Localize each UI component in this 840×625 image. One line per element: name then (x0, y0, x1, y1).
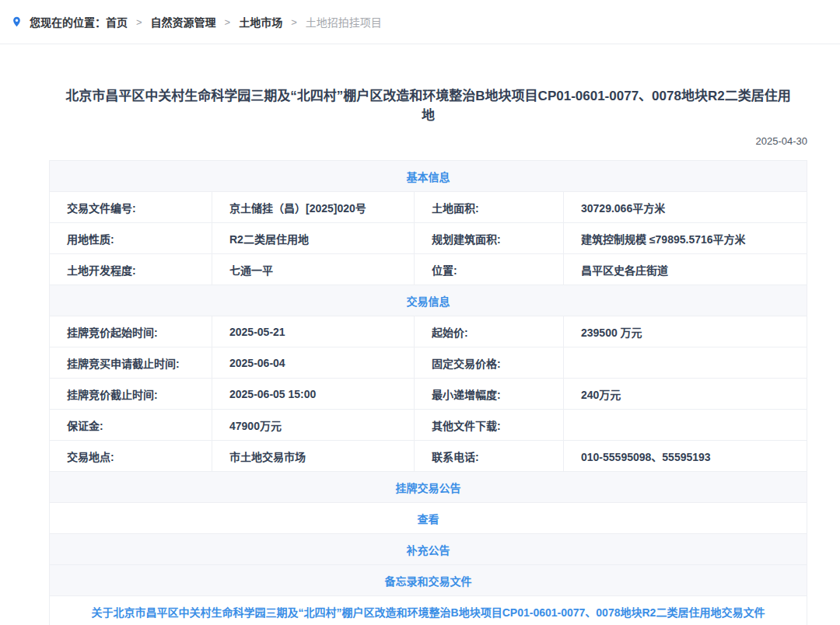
table-row: 备忘录和交易文件 (50, 565, 807, 596)
breadcrumb-separator: > (225, 16, 231, 28)
section-header: 补充公告 (50, 534, 807, 564)
field-label: 规划建筑面积: (415, 223, 564, 253)
field-label: 挂牌竞买申请截止时间: (50, 347, 212, 378)
field-value: 建筑控制规模 ≤79895.5716平方米 (564, 223, 807, 253)
field-label: 联系电话: (415, 441, 564, 471)
breadcrumb-item-land-market[interactable]: 土地市场 (239, 14, 282, 30)
field-label: 保证金: (50, 410, 212, 440)
table-row: 基本信息 (50, 161, 807, 192)
field-label: 挂牌竞价起始时间: (50, 316, 212, 347)
location-pin-icon (11, 15, 23, 29)
table-row: 查看 (50, 503, 807, 534)
section-header: 备忘录和交易文件 (50, 565, 807, 595)
table-row: 交易地点:市土地交易市场联系电话:010-55595098、55595193 (50, 441, 807, 472)
field-value: R2二类居住用地 (212, 223, 415, 253)
document-link[interactable]: 查看 (50, 503, 807, 533)
breadcrumb-prefix: 您现在的位置： (30, 14, 106, 30)
breadcrumb-separator: > (136, 16, 142, 28)
main-content: 北京市昌平区中关村生命科学园三期及“北四村”棚户区改造和环境整治B地块项目CP0… (49, 86, 807, 625)
field-value: 七通一平 (212, 254, 415, 285)
table-row: 关于北京市昌平区中关村生命科学园三期及“北四村”棚户区改造和环境整治B地块项目C… (50, 596, 807, 625)
table-row: 土地开发程度:七通一平位置:昌平区史各庄街道 (50, 254, 807, 285)
table-row: 挂牌交易公告 (50, 472, 807, 503)
field-value: 010-55595098、55595193 (564, 441, 807, 471)
breadcrumb-separator: > (291, 16, 297, 28)
field-label: 其他文件下载: (415, 410, 564, 440)
table-row: 保证金:47900万元其他文件下载: (50, 410, 807, 441)
document-link[interactable]: 关于北京市昌平区中关村生命科学园三期及“北四村”棚户区改造和环境整治B地块项目C… (50, 596, 807, 625)
field-label: 最小递增幅度: (415, 379, 564, 409)
field-label: 位置: (415, 254, 564, 285)
table-row: 挂牌竞价起始时间:2025-05-21起始价:239500 万元 (50, 316, 807, 347)
section-header: 基本信息 (50, 161, 807, 191)
field-value: 240万元 (564, 379, 807, 409)
field-value: 47900万元 (212, 410, 415, 440)
page-title: 北京市昌平区中关村生命科学园三期及“北四村”棚户区改造和环境整治B地块项目CP0… (49, 86, 807, 125)
field-value: 239500 万元 (564, 316, 807, 347)
breadcrumb: 您现在的位置： 首页 > 自然资源管理 > 土地市场 > 土地招拍挂项目 (0, 0, 840, 44)
field-value: 京土储挂（昌）[2025]020号 (212, 192, 415, 222)
field-value: 2025-06-04 (212, 347, 415, 378)
field-value (564, 410, 807, 440)
breadcrumb-item-home[interactable]: 首页 (106, 14, 128, 30)
field-value: 昌平区史各庄街道 (564, 254, 807, 285)
table-row: 交易文件编号:京土储挂（昌）[2025]020号土地面积:30729.066平方… (50, 192, 807, 223)
publish-date: 2025-04-30 (49, 135, 807, 147)
info-table: 基本信息交易文件编号:京土储挂（昌）[2025]020号土地面积:30729.0… (49, 160, 807, 625)
field-value: 市土地交易市场 (212, 441, 415, 471)
field-value: 30729.066平方米 (564, 192, 807, 222)
field-label: 用地性质: (50, 223, 212, 253)
field-label: 土地面积: (415, 192, 564, 222)
table-row: 用地性质:R2二类居住用地规划建筑面积:建筑控制规模 ≤79895.5716平方… (50, 223, 807, 254)
field-value: 2025-05-21 (212, 316, 415, 347)
field-label: 交易地点: (50, 441, 212, 471)
field-label: 起始价: (415, 316, 564, 347)
field-value (564, 347, 807, 378)
table-row: 挂牌竞价截止时间:2025-06-05 15:00最小递增幅度:240万元 (50, 379, 807, 410)
field-label: 固定交易价格: (415, 347, 564, 378)
breadcrumb-item-current: 土地招拍挂项目 (306, 14, 382, 30)
field-label: 挂牌竞价截止时间: (50, 379, 212, 409)
table-row: 补充公告 (50, 534, 807, 565)
section-header: 交易信息 (50, 285, 807, 316)
table-row: 交易信息 (50, 285, 807, 316)
section-header: 挂牌交易公告 (50, 472, 807, 502)
field-label: 交易文件编号: (50, 192, 212, 222)
field-value: 2025-06-05 15:00 (212, 379, 415, 409)
breadcrumb-item-natural-resources[interactable]: 自然资源管理 (151, 14, 216, 30)
table-row: 挂牌竞买申请截止时间:2025-06-04固定交易价格: (50, 347, 807, 379)
field-label: 土地开发程度: (50, 254, 212, 285)
